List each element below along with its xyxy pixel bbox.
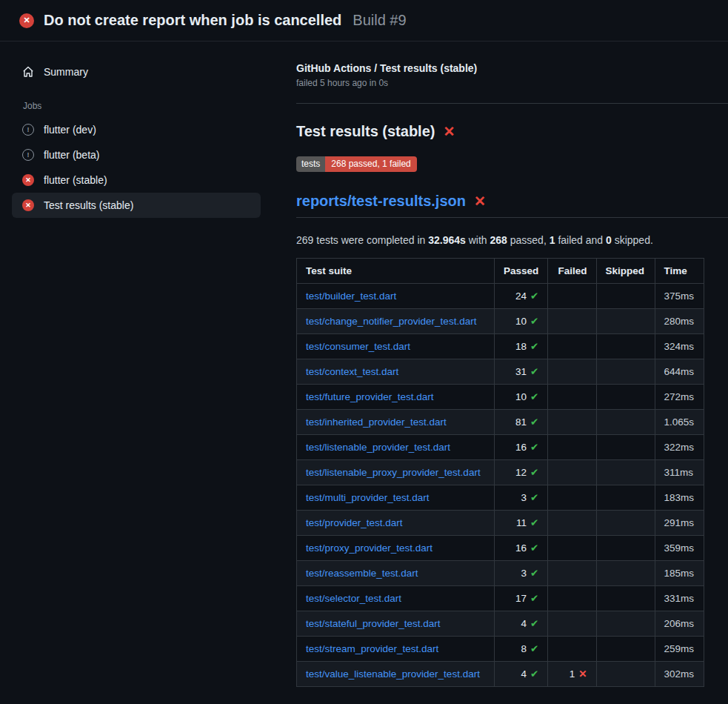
summary-failed-count: 1	[550, 234, 555, 246]
suite-cell: test/stream_provider_test.dart	[297, 637, 495, 662]
suite-link[interactable]: test/builder_test.dart	[306, 290, 396, 302]
divider	[296, 103, 728, 104]
passed-cell: 3✔	[494, 485, 547, 511]
report-heading: reports/test-results.json ✕	[296, 193, 728, 210]
passed-cell: 31✔	[494, 359, 547, 385]
skipped-cell	[596, 561, 655, 586]
suite-cell: test/consumer_test.dart	[297, 334, 495, 359]
check-icon: ✔	[530, 668, 538, 680]
col-time: Time	[655, 259, 704, 284]
badge-value: 268 passed, 1 failed	[325, 156, 416, 172]
job-cancelled-icon: !	[22, 124, 34, 136]
jobs-list: ! flutter (dev) ! flutter (beta) ✕ flutt…	[12, 117, 261, 218]
suite-link[interactable]: test/future_provider_test.dart	[306, 391, 434, 402]
home-icon	[22, 66, 34, 78]
suite-link[interactable]: test/multi_provider_test.dart	[306, 492, 430, 503]
job-failed-icon: ✕	[22, 199, 34, 211]
passed-count: 4	[521, 618, 527, 629]
suite-cell: test/context_test.dart	[297, 359, 495, 385]
table-row: test/reassemble_test.dart 3✔ 185ms	[297, 561, 704, 586]
col-passed: Passed	[494, 259, 547, 284]
suite-link[interactable]: test/selector_test.dart	[306, 593, 401, 604]
check-icon: ✔	[530, 416, 538, 428]
suite-cell: test/multi_provider_test.dart	[297, 485, 495, 511]
main-content: GitHub Actions / Test results (stable) f…	[278, 41, 728, 687]
suite-link[interactable]: test/change_notifier_provider_test.dart	[306, 316, 476, 327]
skipped-cell	[596, 460, 655, 485]
suite-link[interactable]: test/reassemble_test.dart	[306, 568, 418, 579]
sidebar-item-flutter-beta[interactable]: ! flutter (beta)	[12, 142, 261, 167]
passed-count: 10	[515, 316, 527, 327]
failed-cell	[548, 611, 596, 637]
suite-link[interactable]: test/inherited_provider_test.dart	[306, 416, 447, 428]
passed-count: 3	[521, 568, 527, 579]
check-icon: ✔	[530, 391, 538, 402]
suite-link[interactable]: test/listenable_proxy_provider_test.dart	[306, 467, 481, 478]
failed-cell	[548, 637, 596, 662]
passed-cell: 17✔	[494, 586, 547, 611]
jobs-section-label: Jobs	[23, 101, 261, 111]
passed-cell: 12✔	[494, 460, 547, 485]
summary-text: skipped.	[612, 234, 653, 246]
time-cell: 311ms	[655, 460, 704, 485]
skipped-cell	[596, 611, 655, 637]
skipped-cell	[596, 385, 655, 410]
passed-count: 10	[515, 391, 527, 402]
job-label: flutter (dev)	[44, 124, 96, 136]
suite-link[interactable]: test/consumer_test.dart	[306, 341, 410, 352]
job-label: flutter (stable)	[44, 174, 107, 186]
skipped-cell	[596, 586, 655, 611]
table-row: test/listenable_provider_test.dart 16✔ 3…	[297, 435, 704, 460]
passed-count: 18	[515, 341, 527, 352]
failed-x-icon: ✕	[474, 194, 486, 208]
passed-cell: 4✔	[494, 662, 547, 687]
summary-text: with	[466, 234, 490, 246]
suite-link[interactable]: test/provider_test.dart	[306, 517, 403, 528]
failed-cell	[548, 334, 596, 359]
failed-count: 1	[570, 668, 575, 680]
table-row: test/value_listenable_provider_test.dart…	[297, 662, 704, 687]
passed-count: 8	[521, 643, 527, 654]
check-icon: ✔	[530, 517, 538, 528]
suite-link[interactable]: test/stream_provider_test.dart	[306, 643, 438, 654]
summary-passed-count: 268	[490, 234, 507, 246]
suite-cell: test/listenable_provider_test.dart	[297, 435, 495, 460]
sidebar-item-flutter-stable[interactable]: ✕ flutter (stable)	[12, 167, 261, 193]
section-heading: Test results (stable) ✕	[296, 123, 704, 140]
job-label: Test results (stable)	[44, 199, 133, 211]
table-row: test/provider_test.dart 11✔ 291ms	[297, 511, 704, 536]
suite-cell: test/provider_test.dart	[297, 511, 495, 536]
suite-cell: test/value_listenable_provider_test.dart	[297, 662, 495, 687]
summary-skipped-count: 0	[606, 234, 612, 246]
report-file-link[interactable]: reports/test-results.json	[296, 193, 466, 210]
failed-cell	[548, 485, 596, 511]
summary-text: 269 tests were completed in	[296, 234, 428, 246]
skipped-cell	[596, 536, 655, 561]
passed-count: 16	[515, 442, 527, 453]
skipped-cell	[596, 359, 655, 385]
breadcrumb: GitHub Actions / Test results (stable)	[296, 62, 704, 74]
suite-cell: test/builder_test.dart	[297, 284, 495, 309]
time-cell: 359ms	[655, 536, 704, 561]
table-row: test/context_test.dart 31✔ 644ms	[297, 359, 704, 385]
job-label: flutter (beta)	[44, 149, 99, 161]
skipped-cell	[596, 435, 655, 460]
report-heading-wrap: reports/test-results.json ✕	[296, 193, 728, 218]
suite-link[interactable]: test/stateful_provider_test.dart	[306, 618, 441, 629]
check-icon: ✔	[530, 593, 538, 604]
passed-count: 31	[515, 366, 527, 377]
time-cell: 375ms	[655, 284, 704, 309]
suite-link[interactable]: test/listenable_provider_test.dart	[306, 442, 450, 453]
test-results-table: Test suite Passed Failed Skipped Time te…	[296, 258, 704, 687]
suite-link[interactable]: test/value_listenable_provider_test.dart	[306, 668, 480, 680]
sidebar-item-flutter-dev[interactable]: ! flutter (dev)	[12, 117, 261, 142]
suite-link[interactable]: test/proxy_provider_test.dart	[306, 542, 433, 554]
check-icon: ✔	[530, 366, 538, 377]
suite-link[interactable]: test/context_test.dart	[306, 366, 398, 377]
run-title: Do not create report when job is cancell…	[44, 12, 341, 29]
skipped-cell	[596, 334, 655, 359]
sidebar-item-summary[interactable]: Summary	[12, 59, 261, 84]
summary-text: passed,	[507, 234, 550, 246]
passed-cell: 10✔	[494, 309, 547, 334]
sidebar-item-test-results-stable[interactable]: ✕ Test results (stable)	[12, 193, 261, 218]
